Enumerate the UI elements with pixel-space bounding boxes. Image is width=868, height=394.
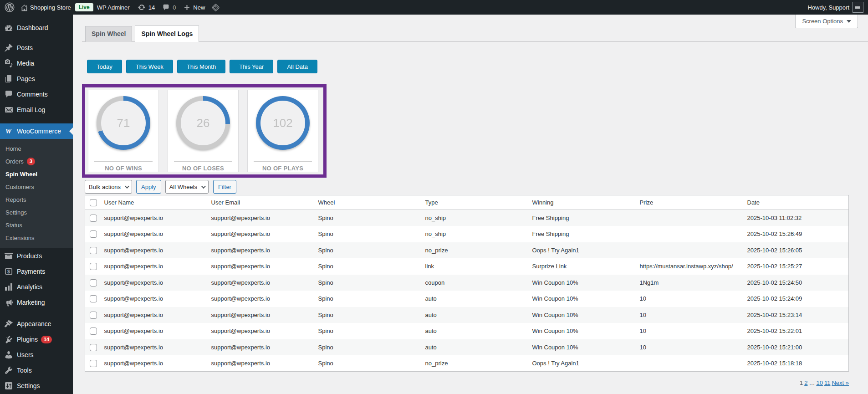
sidebar-item-woocommerce[interactable]: WWooCommerce: [0, 123, 73, 139]
table-cell: Spino: [314, 242, 421, 259]
bulk-actions-select[interactable]: Bulk actions: [85, 180, 132, 194]
submenu-item-home[interactable]: Home: [0, 142, 73, 155]
table-cell: [636, 226, 743, 242]
column-header-wheel[interactable]: Wheel: [314, 195, 421, 210]
sidebar-item-appearance[interactable]: Appearance: [0, 316, 73, 332]
tab-spin-wheel[interactable]: Spin Wheel: [85, 26, 132, 42]
menu-separator: [0, 118, 73, 123]
column-header-winning[interactable]: Winning: [528, 195, 636, 210]
submenu-item-extensions[interactable]: Extensions: [0, 231, 73, 244]
chevron-down-icon: [201, 184, 206, 189]
table-cell: Free Shipping: [528, 210, 636, 226]
table-cell: 2025-10-02 15:18:18: [743, 355, 849, 372]
row-checkbox[interactable]: [90, 230, 97, 238]
stat-divider: [94, 161, 153, 162]
row-checkbox[interactable]: [90, 312, 97, 319]
row-checkbox[interactable]: [90, 215, 97, 222]
column-header-prize[interactable]: Prize: [636, 195, 743, 210]
howdy-label[interactable]: Howdy, Support: [807, 4, 849, 11]
tools-icon: [0, 366, 17, 375]
row-checkbox[interactable]: [90, 279, 97, 287]
table-cell: support@wpexperts.io: [100, 323, 207, 339]
filter-button-today[interactable]: Today: [87, 60, 122, 73]
sidebar-item-label: Media: [17, 60, 34, 67]
user-avatar[interactable]: [853, 2, 863, 13]
row-checkbox[interactable]: [90, 344, 97, 351]
filter-button-this-week[interactable]: This Week: [126, 60, 173, 73]
column-header-user-email[interactable]: User Email: [207, 195, 314, 210]
filter-button-this-year[interactable]: This Year: [230, 60, 273, 73]
submenu-item-orders[interactable]: Orders3: [0, 155, 73, 168]
tab-spin-wheel-logs[interactable]: Spin Wheel Logs: [135, 26, 199, 42]
table-cell: 2025-10-02 15:24:50: [743, 275, 849, 291]
pagination-page-link[interactable]: 10: [816, 379, 822, 386]
table-row: support@wpexperts.iosupport@wpexperts.io…: [85, 355, 849, 372]
tab-bar: Spin WheelSpin Wheel Logs: [82, 26, 868, 42]
table-row: support@wpexperts.iosupport@wpexperts.io…: [85, 275, 849, 291]
row-checkbox[interactable]: [90, 327, 97, 335]
site-name-link[interactable]: Shopping Store: [20, 4, 71, 11]
filter-button-all-data[interactable]: All Data: [277, 60, 317, 73]
site-name-label: Shopping Store: [30, 4, 71, 11]
updates-link[interactable]: 14: [138, 3, 155, 11]
pagination-page-link[interactable]: 2: [804, 379, 807, 386]
row-checkbox[interactable]: [90, 295, 97, 302]
sidebar-item-posts[interactable]: Posts: [0, 40, 73, 56]
submenu-item-status[interactable]: Status: [0, 219, 73, 231]
sidebar-item-label: WooCommerce: [17, 128, 61, 135]
sidebar-item-comments[interactable]: Comments: [0, 87, 73, 102]
table-cell: Free Shipping: [528, 226, 636, 242]
table-row: support@wpexperts.iosupport@wpexperts.io…: [85, 210, 849, 226]
sidebar-item-analytics[interactable]: Analytics: [0, 279, 73, 295]
sidebar-item-email-log[interactable]: Email Log: [0, 102, 73, 118]
sidebar-item-plugins[interactable]: Plugins14: [0, 332, 73, 347]
sidebar-item-products[interactable]: Products: [0, 248, 73, 264]
stat-label: NO OF LOSES: [182, 165, 224, 172]
diamond-icon[interactable]: [211, 3, 220, 12]
analytics-icon: [0, 282, 17, 292]
row-checkbox[interactable]: [90, 263, 97, 270]
stat-divider: [254, 161, 312, 162]
sidebar-item-tools[interactable]: Tools: [0, 363, 73, 378]
table-cell: auto: [421, 339, 528, 356]
donut-chart: 71: [97, 96, 150, 150]
pagination-current-page: 1: [800, 379, 803, 386]
submenu-item-label: Home: [5, 145, 21, 152]
submenu-item-reports[interactable]: Reports: [0, 193, 73, 206]
sidebar-item-media[interactable]: Media: [0, 56, 73, 71]
sidebar-item-settings[interactable]: Settings: [0, 378, 73, 394]
wheel-filter-select[interactable]: All Wheels: [165, 180, 209, 194]
sidebar-item-users[interactable]: Users: [0, 347, 73, 363]
pagination-ellipsis: …: [809, 379, 815, 386]
filter-button-this-month[interactable]: This Month: [177, 60, 225, 73]
wordpress-logo-icon[interactable]: [5, 2, 15, 12]
table-cell: support@wpexperts.io: [207, 323, 314, 339]
column-header-date[interactable]: Date: [743, 195, 849, 210]
table-cell: https://mustansar.instawp.xyz/shop/: [636, 258, 743, 275]
row-checkbox[interactable]: [90, 247, 97, 254]
comments-link[interactable]: 0: [162, 4, 176, 11]
pagination-next-link[interactable]: Next »: [832, 379, 849, 386]
submenu-item-settings[interactable]: Settings: [0, 206, 73, 219]
table-cell: Win Coupon 10%: [528, 307, 636, 323]
screen-options-button[interactable]: Screen Options: [795, 15, 858, 28]
column-header-type[interactable]: Type: [421, 195, 528, 210]
sidebar-item-payments[interactable]: $Payments: [0, 264, 73, 279]
submenu-item-customers[interactable]: Customers: [0, 180, 73, 193]
plus-icon: [184, 4, 190, 11]
new-content-link[interactable]: New: [184, 4, 205, 11]
apply-button[interactable]: Apply: [136, 180, 161, 194]
pagination-page-link[interactable]: 11: [824, 379, 831, 386]
table-row: support@wpexperts.iosupport@wpexperts.io…: [85, 226, 849, 242]
table-cell: [636, 242, 743, 259]
row-checkbox[interactable]: [90, 360, 97, 367]
sidebar-item-marketing[interactable]: Marketing: [0, 295, 73, 310]
submenu-item-spin-wheel[interactable]: Spin Wheel: [0, 168, 73, 180]
sidebar-item-label: Email Log: [17, 106, 45, 113]
wp-adminer-link[interactable]: WP Adminer: [97, 4, 130, 11]
select-all-checkbox[interactable]: [90, 199, 97, 206]
sidebar-item-pages[interactable]: Pages: [0, 71, 73, 87]
sidebar-item-dashboard[interactable]: Dashboard: [0, 20, 73, 36]
column-header-user-name[interactable]: User Name: [100, 195, 207, 210]
filter-button[interactable]: Filter: [213, 180, 236, 194]
